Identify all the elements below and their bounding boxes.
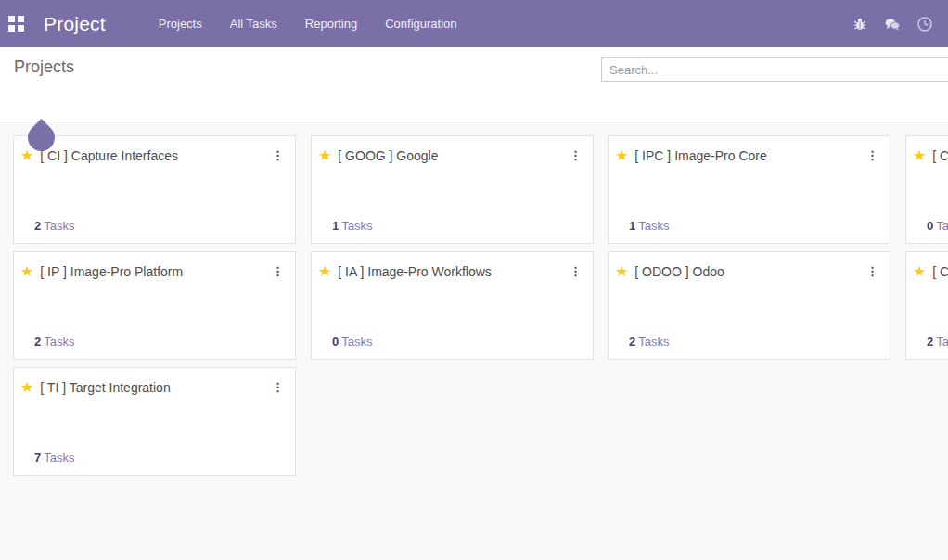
kebab-menu-icon[interactable]: ⋮ — [268, 380, 288, 394]
tasks-count: 7 — [34, 451, 41, 465]
tasks-label: Tasks — [638, 335, 669, 349]
favorite-star-icon[interactable]: ★ — [318, 148, 331, 163]
control-panel: Projects Create Import Filters Group By … — [0, 47, 948, 121]
tasks-link[interactable]: 0Ta — [927, 219, 948, 233]
tasks-link[interactable]: 2Ta — [927, 335, 948, 349]
kebab-menu-icon[interactable]: ⋮ — [268, 264, 288, 278]
project-card[interactable]: ★ [ IP ] Image-Pro Platform ⋮ 2Tasks — [13, 251, 296, 360]
favorite-star-icon[interactable]: ★ — [913, 264, 926, 279]
kebab-menu-icon[interactable]: ⋮ — [268, 148, 288, 162]
search-input[interactable] — [601, 57, 948, 82]
tasks-count: 2 — [927, 335, 933, 349]
tasks-link[interactable]: 2Tasks — [629, 335, 669, 349]
tasks-label: Tasks — [44, 335, 74, 349]
favorite-star-icon[interactable]: ★ — [615, 264, 628, 279]
project-card[interactable]: ★ [ CI ] Capture Interfaces ⋮ 2Tasks — [13, 135, 296, 244]
project-title: [ IA ] Image-Pro Workflows — [338, 264, 566, 281]
tasks-count: 2 — [629, 335, 635, 349]
tasks-label: Tasks — [44, 451, 74, 465]
project-title: [ IP ] Image-Pro Platform — [40, 264, 268, 281]
tasks-link[interactable]: 2Tasks — [34, 219, 74, 233]
project-title: [ ODOO ] Odoo — [634, 264, 863, 281]
tasks-link[interactable]: 2Tasks — [34, 335, 74, 349]
project-card[interactable]: ★ [ IA ] Image-Pro Workflows ⋮ 0Tasks — [311, 251, 594, 360]
menu-reporting[interactable]: Reporting — [305, 17, 357, 31]
tasks-count: 2 — [34, 335, 41, 349]
favorite-star-icon[interactable]: ★ — [20, 148, 33, 163]
project-card[interactable]: ★ [ TI ] Target Integration ⋮ 7Tasks — [13, 367, 296, 476]
project-card-clipped[interactable]: ★ [ C 2Ta — [905, 251, 948, 360]
tasks-count: 0 — [927, 219, 933, 233]
tasks-label: Tasks — [638, 219, 669, 233]
apps-grid-icon[interactable] — [8, 16, 24, 32]
project-title: [ C — [932, 264, 948, 281]
kebab-menu-icon[interactable]: ⋮ — [863, 148, 882, 162]
page-title: Projects — [14, 57, 74, 77]
tasks-label: Ta — [936, 219, 948, 233]
kebab-menu-icon[interactable]: ⋮ — [566, 264, 585, 278]
menu-configuration[interactable]: Configuration — [385, 17, 456, 31]
project-title: [ IPC ] Image-Pro Core — [634, 148, 863, 165]
tasks-label: Tasks — [341, 219, 372, 233]
project-card-clipped[interactable]: ★ [ C 0Ta — [905, 135, 948, 244]
tasks-count: 2 — [34, 219, 41, 233]
tasks-link[interactable]: 7Tasks — [34, 451, 74, 465]
chat-icon[interactable] — [884, 16, 901, 32]
project-card[interactable]: ★ [ GOOG ] Google ⋮ 1Tasks — [311, 135, 594, 244]
favorite-star-icon[interactable]: ★ — [20, 264, 33, 279]
project-title: [ TI ] Target Integration — [40, 380, 268, 397]
kebab-menu-icon[interactable]: ⋮ — [863, 264, 882, 278]
project-title: [ CI ] Capture Interfaces — [40, 148, 268, 165]
kebab-menu-icon[interactable]: ⋮ — [566, 148, 585, 162]
main-menu: Projects All Tasks Reporting Configurati… — [159, 17, 457, 31]
tasks-link[interactable]: 1Tasks — [629, 219, 669, 233]
project-card[interactable]: ★ [ ODOO ] Odoo ⋮ 2Tasks — [608, 251, 890, 360]
favorite-star-icon[interactable]: ★ — [615, 148, 628, 163]
favorite-star-icon[interactable]: ★ — [913, 148, 926, 163]
favorite-star-icon[interactable]: ★ — [20, 380, 33, 395]
tasks-count: 0 — [332, 335, 339, 349]
tasks-label: Ta — [936, 335, 948, 349]
project-title: [ C — [932, 148, 948, 165]
project-card[interactable]: ★ [ IPC ] Image-Pro Core ⋮ 1Tasks — [608, 135, 890, 244]
app-title: Project — [44, 13, 106, 35]
tasks-count: 1 — [332, 219, 339, 233]
tasks-label: Tasks — [341, 335, 372, 349]
bug-icon[interactable] — [852, 16, 868, 32]
clock-icon[interactable] — [916, 16, 933, 32]
project-title: [ GOOG ] Google — [338, 148, 566, 165]
tasks-link[interactable]: 1Tasks — [332, 219, 372, 233]
tasks-link[interactable]: 0Tasks — [332, 335, 372, 349]
menu-projects[interactable]: Projects — [159, 17, 202, 31]
favorite-star-icon[interactable]: ★ — [318, 264, 331, 279]
tasks-count: 1 — [629, 219, 635, 233]
menu-all-tasks[interactable]: All Tasks — [230, 17, 277, 31]
app-header: Project Projects All Tasks Reporting Con… — [0, 0, 948, 47]
tasks-label: Tasks — [44, 219, 74, 233]
kanban-view: ★ [ CI ] Capture Interfaces ⋮ 2Tasks ★ [… — [0, 122, 948, 560]
